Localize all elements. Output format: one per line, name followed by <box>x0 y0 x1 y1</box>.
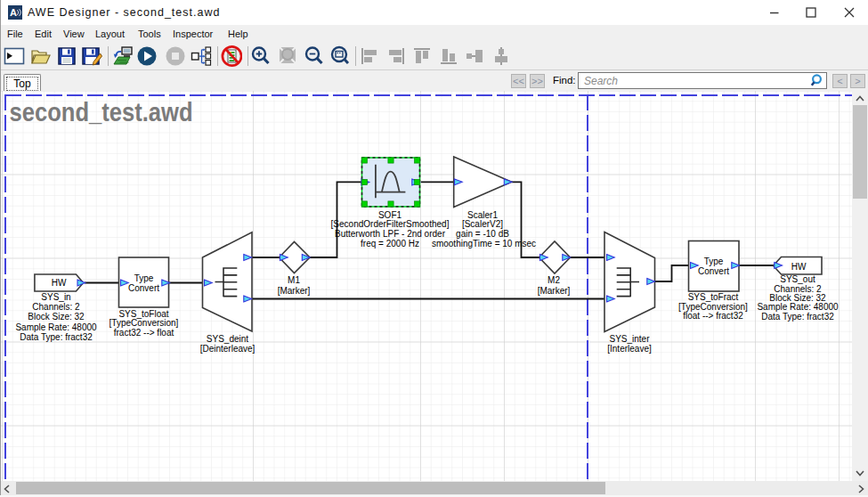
svg-text:freq = 2000 Hz: freq = 2000 Hz <box>361 239 419 248</box>
svg-text:[Deinterleave]: [Deinterleave] <box>200 344 256 354</box>
svg-text:HW: HW <box>791 262 807 272</box>
svg-text:Sample Rate: 48000: Sample Rate: 48000 <box>15 322 97 332</box>
svg-text:[Marker]: [Marker] <box>538 286 571 296</box>
svg-text:Type: Type <box>704 257 724 266</box>
svg-text:M1: M1 <box>288 275 300 285</box>
svg-text:Block Size: 32: Block Size: 32 <box>28 312 85 322</box>
svg-text:second_test.awd: second_test.awd <box>10 97 193 126</box>
svg-text:fract32 --> float: fract32 --> float <box>114 328 174 338</box>
svg-text:SYS_deint: SYS_deint <box>207 334 248 344</box>
svg-text:[Marker]: [Marker] <box>278 286 311 296</box>
svg-text:SYS_in: SYS_in <box>41 292 70 302</box>
svg-text:Convert: Convert <box>128 283 159 293</box>
svg-text:SYS_inter: SYS_inter <box>609 334 650 344</box>
svg-text:Type: Type <box>134 273 154 283</box>
svg-text:Butterworth LPF - 2nd order: Butterworth LPF - 2nd order <box>335 229 446 239</box>
svg-text:[TypeConversion]: [TypeConversion] <box>678 302 748 312</box>
svg-text:[ScalerV2]: [ScalerV2] <box>462 219 503 229</box>
svg-text:Data Type: fract32: Data Type: fract32 <box>761 312 834 322</box>
svg-text:SOF1: SOF1 <box>378 210 402 220</box>
svg-text:[TypeConversion]: [TypeConversion] <box>110 318 179 328</box>
svg-text:[Interleave]: [Interleave] <box>607 344 652 354</box>
svg-text:[SecondOrderFilterSmoothed]: [SecondOrderFilterSmoothed] <box>331 219 450 229</box>
svg-text:Channels: 2: Channels: 2 <box>32 302 80 312</box>
svg-text:gain = -10 dB: gain = -10 dB <box>456 229 509 239</box>
svg-text:Data Type: fract32: Data Type: fract32 <box>20 332 93 342</box>
svg-text:M2: M2 <box>548 275 560 285</box>
svg-text:A: A <box>10 7 17 18</box>
svg-text:SYS_toFract: SYS_toFract <box>688 292 739 302</box>
svg-text:smoothingTime = 10 msec: smoothingTime = 10 msec <box>432 239 536 248</box>
svg-text:SYS_toFloat: SYS_toFloat <box>118 309 168 319</box>
svg-text:float --> fract32: float --> fract32 <box>683 311 743 321</box>
svg-text:Scaler1: Scaler1 <box>467 210 498 220</box>
svg-text:HW: HW <box>52 278 67 288</box>
svg-text:Convert: Convert <box>698 266 729 276</box>
